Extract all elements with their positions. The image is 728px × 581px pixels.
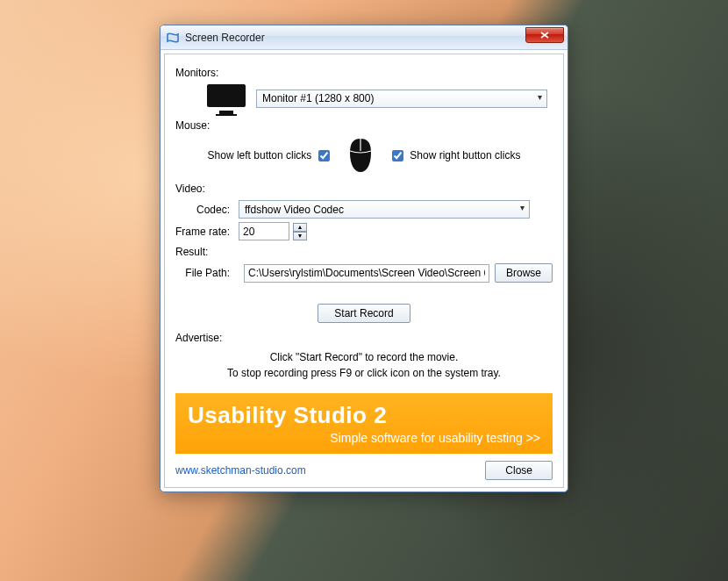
filepath-label: File Path:: [175, 267, 239, 279]
banner-title: Usability Studio 2: [188, 402, 540, 429]
mouse-label: Mouse:: [175, 119, 553, 132]
advertise-label: Advertise:: [175, 332, 553, 344]
codec-select[interactable]: ffdshow Video Codec: [239, 200, 530, 219]
ad-banner[interactable]: Usability Studio 2 Simple software for u…: [175, 393, 553, 454]
advertise-line1: Click "Start Record" to record the movie…: [175, 349, 553, 365]
right-click-text: Show right button clicks: [410, 149, 520, 161]
app-icon: [166, 31, 180, 45]
show-right-clicks-checkbox[interactable]: [392, 150, 403, 161]
advertise-text: Click "Start Record" to record the movie…: [175, 349, 553, 381]
show-right-clicks-label[interactable]: Show right button clicks: [389, 147, 520, 164]
titlebar[interactable]: Screen Recorder: [161, 25, 567, 50]
video-label: Video:: [175, 183, 553, 195]
content-area: Monitors: Monitor #1 (1280 x 800) Mouse:…: [164, 54, 564, 488]
show-left-clicks-label[interactable]: Show left button clicks: [208, 147, 333, 164]
monitor-select[interactable]: Monitor #1 (1280 x 800): [256, 90, 547, 108]
advertise-line2: To stop recording press F9 or click icon…: [175, 365, 553, 381]
filepath-input[interactable]: [244, 264, 489, 283]
monitors-label: Monitors:: [175, 67, 553, 79]
left-click-text: Show left button clicks: [208, 149, 312, 161]
show-left-clicks-checkbox[interactable]: [318, 150, 330, 161]
screen-recorder-window: Screen Recorder Monitors: Monitor #1 (12…: [160, 25, 568, 492]
window-close-button[interactable]: [525, 27, 564, 43]
website-link[interactable]: www.sketchman-studio.com: [175, 464, 306, 477]
framerate-down-button[interactable]: ▼: [293, 232, 307, 240]
close-button[interactable]: Close: [485, 461, 553, 480]
monitor-icon: [207, 84, 246, 112]
mouse-icon: [345, 137, 376, 174]
browse-button[interactable]: Browse: [495, 263, 553, 283]
window-title: Screen Recorder: [185, 32, 265, 44]
codec-label: Codec:: [175, 204, 239, 216]
banner-subtitle: Simple software for usability testing >>: [188, 431, 540, 445]
result-label: Result:: [175, 246, 553, 258]
framerate-input[interactable]: [239, 222, 289, 240]
framerate-label: Frame rate:: [175, 226, 239, 238]
start-record-button[interactable]: Start Record: [318, 304, 410, 323]
framerate-up-button[interactable]: ▲: [293, 223, 307, 232]
